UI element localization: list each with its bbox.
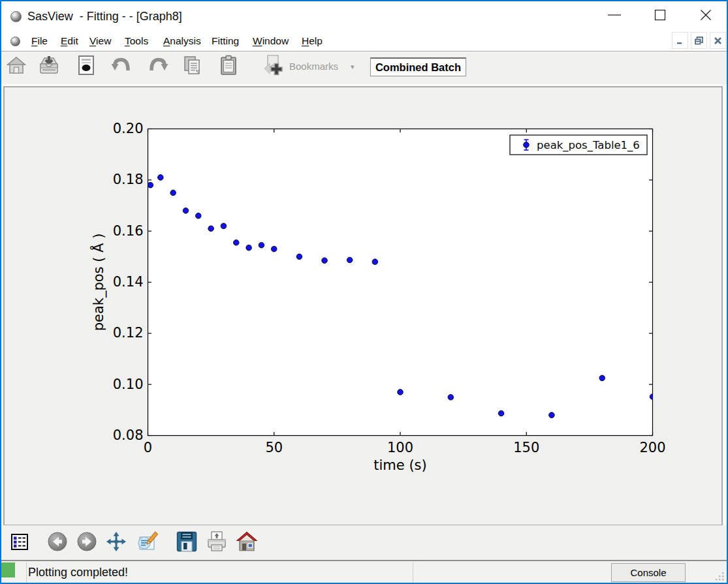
customize-nav-button[interactable] xyxy=(135,531,159,555)
console-button[interactable]: Console xyxy=(611,563,686,582)
data-point xyxy=(372,259,378,265)
report-icon xyxy=(76,55,97,78)
data-point xyxy=(498,410,504,416)
bookmarks-dropdown-arrow[interactable]: ▾ xyxy=(351,52,355,85)
y-tick-label: 0.12 xyxy=(113,325,144,341)
menu-item-window[interactable]: Window xyxy=(253,31,289,51)
close-icon xyxy=(699,8,712,22)
y-tick-label: 0.10 xyxy=(113,377,144,392)
data-point xyxy=(246,245,252,251)
menu-item-help[interactable]: Help xyxy=(302,31,323,51)
status-separator xyxy=(26,562,27,583)
print-nav-button[interactable] xyxy=(205,531,229,555)
data-point xyxy=(398,390,404,395)
maximize-button[interactable] xyxy=(645,0,675,30)
forward-icon xyxy=(77,532,97,554)
minimize-button[interactable] xyxy=(599,0,629,30)
mdi-close-icon xyxy=(714,37,722,45)
pan-nav-button[interactable] xyxy=(104,531,128,555)
x-tick-label: 0 xyxy=(144,440,152,455)
plot-panel[interactable]: 0501001502000.080.100.120.140.160.180.20… xyxy=(3,86,723,526)
legend-label: peak_pos_Table1_6 xyxy=(537,139,640,152)
menu-item-analysis[interactable]: Analysis xyxy=(163,31,201,51)
undo-toolbar-button[interactable] xyxy=(110,55,133,78)
undo-icon xyxy=(110,55,133,78)
paste-icon xyxy=(218,55,239,78)
mdi-close-button[interactable] xyxy=(710,32,726,49)
paste-toolbar-button[interactable] xyxy=(217,55,240,78)
data-point xyxy=(196,213,202,219)
y-axis-label: peak_pos ( Å ) xyxy=(89,234,107,331)
menu-item-fitting[interactable]: Fitting xyxy=(212,31,239,51)
legend-marker xyxy=(524,142,530,148)
main-toolbar: Bookmarks ▾ Combined Batch xyxy=(1,51,727,84)
save-nav-button[interactable] xyxy=(175,531,198,555)
minimize-icon xyxy=(608,8,621,22)
mdi-minimize-icon xyxy=(676,37,684,45)
data-point xyxy=(183,208,189,214)
status-separator xyxy=(413,562,413,583)
data-point xyxy=(296,254,302,260)
sasview-window: SasView - Fitting - - [Graph8] FileEditV… xyxy=(0,0,728,584)
mdi-restore-icon xyxy=(695,37,703,45)
app-icon xyxy=(10,11,22,22)
load-data-toolbar-button[interactable] xyxy=(38,55,60,78)
report-toolbar-button[interactable] xyxy=(75,55,97,78)
combined-batch-button[interactable]: Combined Batch xyxy=(370,57,466,76)
reset-home-icon xyxy=(236,531,257,555)
save-icon xyxy=(176,530,198,555)
load-data-icon xyxy=(38,55,60,78)
x-tick-label: 200 xyxy=(639,440,665,455)
data-point xyxy=(233,239,239,245)
data-point xyxy=(259,242,264,248)
data-point xyxy=(322,258,328,264)
y-tick-label: 0.18 xyxy=(113,172,144,187)
customize-icon xyxy=(136,531,158,555)
mdi-child-icon[interactable] xyxy=(10,37,20,46)
x-axis-label: time (s) xyxy=(373,457,426,473)
mdi-restore-button[interactable] xyxy=(691,32,707,49)
data-point xyxy=(158,175,164,181)
data-point xyxy=(650,394,656,400)
data-point xyxy=(448,394,454,400)
resize-grip[interactable] xyxy=(716,572,724,581)
data-point xyxy=(599,375,605,381)
back-nav-button[interactable] xyxy=(46,531,69,555)
x-tick-label: 50 xyxy=(265,440,283,455)
data-point xyxy=(271,246,277,252)
data-point xyxy=(221,223,227,229)
redo-toolbar-button[interactable] xyxy=(147,55,169,78)
x-tick-label: 100 xyxy=(387,440,413,455)
bookmarks-label: Bookmarks xyxy=(289,52,338,85)
back-icon xyxy=(48,532,67,554)
window-title: SasView - Fitting - - [Graph8] xyxy=(27,1,182,31)
status-ok-indicator xyxy=(1,562,15,577)
copy-toolbar-button[interactable] xyxy=(181,55,203,78)
plot-properties-nav-button[interactable] xyxy=(8,531,31,555)
mdi-client-area: 0501001502000.080.100.120.140.160.180.20… xyxy=(1,84,727,527)
scatter-plot[interactable]: 0501001502000.080.100.120.140.160.180.20… xyxy=(5,87,721,525)
data-point xyxy=(549,412,555,418)
menu-item-file[interactable]: File xyxy=(31,31,48,51)
home-toolbar-button[interactable] xyxy=(5,55,27,78)
maximize-icon xyxy=(654,8,667,22)
close-button[interactable] xyxy=(691,0,721,30)
redo-icon xyxy=(147,55,169,78)
menu-item-view[interactable]: View xyxy=(89,31,111,51)
bookmark-toolbar-button[interactable] xyxy=(262,55,284,78)
plot-properties-icon xyxy=(11,534,28,553)
y-tick-label: 0.08 xyxy=(113,427,144,443)
forward-nav-button[interactable] xyxy=(75,531,99,555)
y-tick-label: 0.16 xyxy=(113,223,144,239)
x-tick-label: 150 xyxy=(513,440,539,455)
plot-nav-toolbar xyxy=(1,525,727,560)
mdi-minimize-button[interactable] xyxy=(672,32,688,49)
data-point xyxy=(347,257,353,263)
title-bar[interactable]: SasView - Fitting - - [Graph8] xyxy=(1,1,727,31)
reset-home-nav-button[interactable] xyxy=(235,531,259,555)
menu-item-tools[interactable]: Tools xyxy=(125,31,148,51)
y-tick-label: 0.14 xyxy=(113,274,144,290)
menu-item-edit[interactable]: Edit xyxy=(61,31,78,51)
copy-icon xyxy=(182,55,202,78)
home-icon xyxy=(6,55,27,78)
